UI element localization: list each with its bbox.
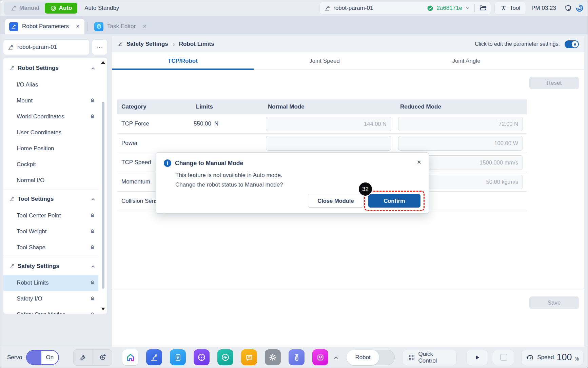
mode-auto-button[interactable]: Auto	[45, 3, 78, 14]
swirl-icon[interactable]	[575, 4, 584, 12]
sidebar-scrollbar[interactable]	[101, 60, 105, 311]
settings-app-button[interactable]	[265, 349, 281, 365]
robot-arm-icon	[9, 263, 15, 269]
close-tab-icon[interactable]: ×	[76, 23, 80, 30]
monitoring-app-button[interactable]	[217, 349, 233, 365]
param-file-pill[interactable]: robot-param-01 2a68171e	[319, 2, 491, 15]
shield-lock-icon[interactable]	[564, 4, 572, 12]
remote-control-icon	[292, 353, 301, 362]
sync-button[interactable]	[93, 350, 112, 365]
normal-mode-input[interactable]: 144.00 N	[266, 117, 391, 131]
stop-button[interactable]	[493, 350, 514, 365]
save-button[interactable]: Save	[529, 296, 579, 309]
message-app-button[interactable]	[241, 349, 257, 365]
tool-icon	[500, 5, 507, 12]
edit-lock-toggle[interactable]	[565, 40, 579, 48]
chevron-up-icon[interactable]	[91, 66, 96, 71]
dialog-title: Change to Manual Mode	[175, 160, 243, 167]
section-robot-settings[interactable]: Robot Settings	[3, 60, 98, 77]
table-header-row: Category Limits Normal Mode Reduced Mode	[117, 99, 527, 114]
pulse-icon	[221, 353, 230, 362]
quick-control-button[interactable]: Quick Control	[402, 350, 457, 365]
scrollbar-thumb[interactable]	[102, 102, 104, 289]
robot-app-button[interactable]	[146, 349, 162, 365]
reduced-mode-input[interactable]: 100.00 W	[398, 136, 523, 151]
breadcrumb-parent[interactable]: Safety Settings	[126, 41, 168, 47]
chevron-up-icon[interactable]	[91, 264, 96, 269]
divider	[474, 4, 475, 12]
toggle-knob	[572, 41, 578, 47]
param-name-field[interactable]: robot-param-01	[3, 39, 90, 55]
home-app-button[interactable]	[122, 349, 138, 365]
sidebar-item-cockpit[interactable]: Cockpit	[3, 156, 98, 172]
remote-app-button[interactable]	[289, 349, 305, 365]
chevron-down-icon[interactable]	[465, 6, 470, 11]
scroll-down-arrow[interactable]	[101, 308, 105, 310]
item-label: Normal I/O	[17, 177, 44, 184]
sidebar-item-world-coordinates[interactable]: World Coordinates	[3, 109, 98, 124]
jog-app-button[interactable]	[194, 349, 210, 365]
lock-icon	[90, 280, 95, 285]
sidebar-item-tool-weight[interactable]: Tool Weight	[3, 224, 98, 239]
speed-indicator[interactable]: Speed 100 %	[521, 350, 584, 365]
sidebar-item-home-position[interactable]: Home Position	[3, 140, 98, 156]
mode-toggle: Manual Auto	[4, 2, 78, 15]
sidebar-item-mount[interactable]: Mount	[3, 93, 98, 109]
sidebar-item-user-coordinates[interactable]: User Coordinates	[3, 124, 98, 140]
tab-joint-speed[interactable]: Joint Speed	[254, 52, 395, 70]
lock-icon	[90, 114, 95, 119]
close-module-button[interactable]: Close Module	[308, 194, 364, 208]
robot-mode-switch[interactable]: Robot	[347, 350, 395, 365]
tab-task-editor[interactable]: Task Editor ×	[90, 19, 151, 34]
close-tab-icon[interactable]: ×	[143, 23, 146, 30]
dialog-message-line2: Change the robot status to Manual mode?	[175, 181, 283, 188]
robot-parameters-icon	[9, 22, 18, 31]
sidebar-item-normal-io[interactable]: Normal I/O	[3, 172, 98, 188]
reduced-mode-input[interactable]: 72.00 N	[398, 117, 523, 131]
quick-control-icon	[408, 354, 415, 361]
servo-toggle[interactable]: On	[26, 350, 59, 365]
item-label: Robot Limits	[17, 279, 48, 286]
tool-button[interactable]: Tool	[494, 2, 526, 15]
utility-button-group	[73, 349, 112, 366]
mode-manual-button[interactable]: Manual	[5, 3, 45, 14]
tab-tcp-robot[interactable]: TCP/Robot	[112, 52, 254, 70]
reset-button[interactable]: Reset	[529, 77, 579, 89]
quick-control-label: Quick Control	[418, 351, 451, 364]
tab-label: Robot Parameters	[22, 23, 69, 30]
section-safety-settings[interactable]: Safety Settings	[3, 258, 98, 275]
scroll-up-arrow[interactable]	[101, 61, 105, 64]
chevron-up-icon[interactable]	[91, 197, 96, 202]
lock-icon	[90, 245, 95, 250]
section-title: Safety Settings	[18, 263, 59, 270]
section-tool-settings[interactable]: Tool Settings	[3, 191, 98, 208]
normal-mode-input[interactable]	[266, 136, 391, 151]
clock-text: PM 03:23	[531, 5, 556, 12]
dialog-close-icon[interactable]: ×	[417, 158, 421, 166]
sidebar-item-io-alias[interactable]: I/O Alias	[3, 77, 98, 93]
tab-joint-angle[interactable]: Joint Angle	[395, 52, 537, 70]
tab-robot-parameters[interactable]: Robot Parameters ×	[5, 19, 84, 34]
auto-label: Auto	[59, 5, 72, 12]
param-name-text: robot-param-01	[17, 44, 57, 51]
sidebar-item-robot-limits[interactable]: Robot Limits	[3, 275, 98, 291]
sidebar-item-safety-stop-modes[interactable]: Safety Stop Modes	[3, 307, 98, 314]
folder-open-icon[interactable]	[479, 4, 487, 12]
more-options-button[interactable]: ···	[92, 39, 107, 55]
play-button[interactable]	[466, 350, 488, 365]
breadcrumb-separator: ›	[173, 41, 175, 48]
sidebar-item-safety-io[interactable]: Safety I/O	[3, 291, 98, 307]
wrench-button[interactable]	[74, 350, 93, 365]
dock-collapse-icon[interactable]	[333, 354, 339, 361]
task-app-button[interactable]	[170, 349, 186, 365]
manual-label: Manual	[19, 5, 39, 12]
col-normal-mode: Normal Mode	[263, 103, 395, 110]
store-app-button[interactable]	[312, 349, 328, 365]
bottom-bar: Servo On	[0, 347, 588, 368]
stop-icon	[500, 354, 507, 361]
item-label: Mount	[17, 97, 33, 104]
sidebar-item-tool-center-point[interactable]: Tool Center Point	[3, 208, 98, 224]
robot-arm-icon	[10, 5, 17, 12]
speed-label: Speed	[537, 354, 554, 361]
sidebar-item-tool-shape[interactable]: Tool Shape	[3, 239, 98, 255]
